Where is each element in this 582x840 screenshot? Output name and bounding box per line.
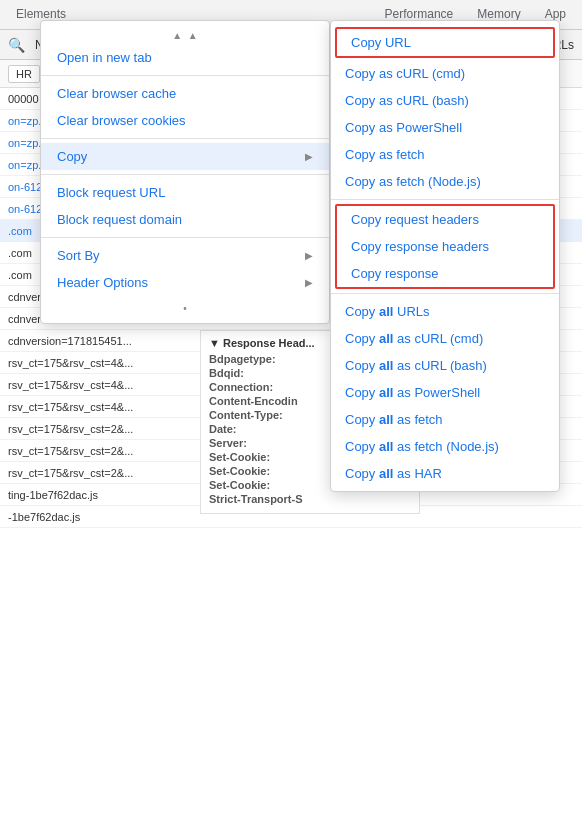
menu-item-copy-url[interactable]: Copy URL xyxy=(337,29,553,56)
divider xyxy=(41,138,329,139)
menu-item-copy-all-powershell[interactable]: Copy all as PowerShell xyxy=(331,379,559,406)
menu-item-sort-by[interactable]: Sort By ▶ xyxy=(41,242,329,269)
menu-item-copy-response-headers[interactable]: Copy response headers xyxy=(337,233,553,260)
submenu-chevron: ▶ xyxy=(305,277,313,288)
search-icon[interactable]: 🔍 xyxy=(8,37,25,53)
menu-item-copy-curl-cmd[interactable]: Copy as cURL (cmd) xyxy=(331,60,559,87)
menu-item-copy-all-curl-cmd[interactable]: Copy all as cURL (cmd) xyxy=(331,325,559,352)
menu-item-block-url[interactable]: Block request URL xyxy=(41,179,329,206)
menu-item-copy-curl-bash[interactable]: Copy as cURL (bash) xyxy=(331,87,559,114)
context-menu-copy: Copy URL Copy as cURL (cmd) Copy as cURL… xyxy=(330,20,560,492)
menu-item-copy-all-har[interactable]: Copy all as HAR xyxy=(331,460,559,487)
menu-item-copy-response[interactable]: Copy response xyxy=(337,260,553,287)
context-menu-primary: ▲ ▲ Open in new tab Clear browser cache … xyxy=(40,20,330,324)
menu-item-copy-all-fetch[interactable]: Copy all as fetch xyxy=(331,406,559,433)
menu-item-clear-cookies[interactable]: Clear browser cookies xyxy=(41,107,329,134)
menu-item-block-domain[interactable]: Block request domain xyxy=(41,206,329,233)
scroll-down-indicator: • xyxy=(41,296,329,319)
copy-headers-highlight-box: Copy request headers Copy response heade… xyxy=(335,204,555,289)
divider xyxy=(41,174,329,175)
scroll-up-indicator: ▲ ▲ xyxy=(41,25,329,44)
menu-item-copy-all-urls[interactable]: Copy all URLs xyxy=(331,298,559,325)
menu-item-copy[interactable]: Copy ▶ xyxy=(41,143,329,170)
menu-item-copy-fetch-nodejs[interactable]: Copy as fetch (Node.js) xyxy=(331,168,559,195)
header-row-strict-transport: Strict-Transport-S xyxy=(209,493,411,505)
menu-item-copy-all-fetch-nodejs[interactable]: Copy all as fetch (Node.js) xyxy=(331,433,559,460)
menu-item-copy-request-headers[interactable]: Copy request headers xyxy=(337,206,553,233)
filter-tab-hr[interactable]: HR xyxy=(8,65,40,83)
menu-item-copy-all-curl-bash[interactable]: Copy all as cURL (bash) xyxy=(331,352,559,379)
menu-item-copy-powershell[interactable]: Copy as PowerShell xyxy=(331,114,559,141)
divider xyxy=(41,237,329,238)
menu-item-open-new-tab[interactable]: Open in new tab xyxy=(41,44,329,71)
copy-url-highlight-box: Copy URL xyxy=(335,27,555,58)
submenu-chevron: ▶ xyxy=(305,151,313,162)
menu-item-header-options[interactable]: Header Options ▶ xyxy=(41,269,329,296)
submenu-chevron: ▶ xyxy=(305,250,313,261)
copy-divider xyxy=(331,199,559,200)
menu-item-clear-cache[interactable]: Clear browser cache xyxy=(41,80,329,107)
copy-divider xyxy=(331,293,559,294)
menu-item-copy-fetch[interactable]: Copy as fetch xyxy=(331,141,559,168)
divider xyxy=(41,75,329,76)
